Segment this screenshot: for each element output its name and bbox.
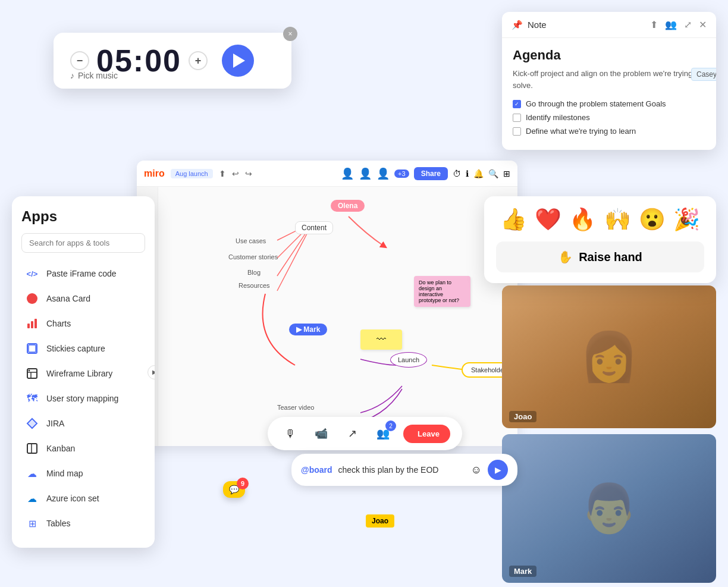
timer-music-area: ♪ Pick music: [70, 67, 118, 80]
app-label-tables: Tables: [46, 519, 70, 528]
video-controls-bar: 🎙 📹 ↗ 👥 2 Leave: [268, 417, 462, 450]
content-node: Content: [295, 221, 333, 234]
checkbox-1[interactable]: ✓: [513, 100, 521, 108]
app-label-wireframe: Wireframe Library: [46, 369, 112, 378]
search-miro-icon[interactable]: 🔍: [488, 169, 498, 178]
pin-icon: 📌: [512, 20, 523, 30]
app-item-charts[interactable]: Charts: [21, 311, 145, 336]
emoji-party[interactable]: 🎉: [673, 207, 700, 232]
panel-expand-button[interactable]: ▶: [148, 365, 155, 379]
redo-icon[interactable]: ↪: [245, 169, 252, 178]
app-item-kanban[interactable]: Kanban: [21, 436, 145, 461]
share-icon[interactable]: ⬆: [650, 19, 658, 30]
timer-play-button[interactable]: [222, 45, 254, 77]
app-item-iframe[interactable]: </> Paste iFrame code: [21, 261, 145, 286]
miro-content: ↖ T □ ✏ 🖼 ⊡ •••: [137, 187, 517, 446]
azure-icon: ☁: [24, 490, 40, 507]
leave-button[interactable]: Leave: [403, 425, 450, 443]
timer-plus-button[interactable]: +: [189, 51, 208, 70]
user-icon[interactable]: 👥: [665, 19, 677, 30]
note-item-3-text: Define what we're trying to learn: [526, 127, 636, 136]
emoji-clap[interactable]: 🙌: [604, 207, 631, 232]
checkbox-2[interactable]: [513, 114, 521, 122]
grid-icon[interactable]: ⊞: [503, 169, 510, 178]
svg-rect-5: [31, 321, 33, 328]
miro-board-name[interactable]: Aug launch: [171, 169, 213, 178]
apps-panel: Apps </> Paste iFrame code Asana Card Ch…: [12, 196, 155, 548]
undo-icon[interactable]: ↩: [232, 169, 239, 178]
timer-icon[interactable]: ⏱: [453, 169, 461, 178]
app-label-mindmap: Mind map: [46, 469, 83, 478]
app-item-userstory[interactable]: 🗺 User story mapping: [21, 386, 145, 411]
sticky-yellow: 〰: [360, 329, 402, 350]
notification-badge[interactable]: 💬 9: [223, 481, 245, 498]
emoji-wow[interactable]: 😮: [639, 207, 666, 232]
expand-icon[interactable]: ⤢: [684, 19, 692, 30]
close-icon[interactable]: ✕: [699, 19, 707, 30]
emoji-thumbsup[interactable]: 👍: [500, 207, 527, 232]
joao-video-feed: 👩: [502, 285, 716, 428]
emoji-bar: 👍 ❤️ 🔥 🙌 😮 🎉 ✋ Raise hand: [484, 196, 716, 283]
note-item-1-text: Go through the problem statement Goals: [526, 99, 666, 108]
emoji-picker-button[interactable]: ☺: [471, 464, 482, 476]
chat-send-button[interactable]: ▶: [488, 460, 508, 480]
stickies-icon: [24, 340, 40, 357]
app-item-wireframe[interactable]: Wireframe Library: [21, 361, 145, 386]
app-item-asana[interactable]: Asana Card: [21, 286, 145, 311]
user-icon-3: 👤: [376, 167, 390, 180]
app-label-jira: JIRA: [46, 419, 64, 428]
mark-name-label: Mark: [509, 566, 536, 577]
joao-canvas-label: Joao: [366, 514, 394, 528]
screen-share-button[interactable]: ↗: [341, 423, 363, 444]
timer-music-label[interactable]: ♪ Pick music: [70, 71, 118, 80]
note-header-left: 📌 Note: [512, 20, 547, 30]
upload-icon[interactable]: ⬆: [219, 169, 226, 178]
app-label-azure: Azure icon set: [46, 494, 99, 503]
user-count-badge: +3: [394, 169, 409, 178]
notification-count: 9: [237, 478, 249, 489]
joao-avatar: 👩: [579, 329, 639, 385]
checkbox-3[interactable]: [513, 127, 521, 136]
app-label-userstory: User story mapping: [46, 394, 118, 403]
app-item-stickies[interactable]: Stickies capture: [21, 336, 145, 361]
emoji-heart[interactable]: ❤️: [535, 207, 561, 232]
timer-seconds: 00: [145, 43, 181, 78]
wireframe-icon: [24, 365, 40, 382]
info-icon[interactable]: ℹ: [466, 169, 469, 178]
miro-canvas[interactable]: Olena Content Use cases Customer stories…: [158, 187, 517, 446]
timer-close-button[interactable]: ×: [283, 27, 297, 41]
video-panel-mark: 👨 Mark: [502, 434, 716, 583]
note-title-label: Note: [528, 20, 547, 30]
app-item-azure[interactable]: ☁ Azure icon set: [21, 486, 145, 511]
chat-message-text[interactable]: check this plan by the EOD: [338, 465, 465, 475]
share-button[interactable]: Share: [414, 167, 448, 180]
raise-hand-button[interactable]: ✋ Raise hand: [496, 241, 704, 272]
chat-input-bar: @board check this plan by the EOD ☺ ▶: [291, 454, 517, 486]
miro-actions: 👤 👤 👤 +3 Share ⏱ ℹ 🔔 🔍 ⊞: [341, 167, 510, 180]
video-button[interactable]: 📹: [310, 423, 332, 444]
user-icon-2: 👤: [359, 167, 372, 180]
teaservideo-node: Teaser video: [277, 404, 314, 411]
note-item-2: Identify milestones: [513, 113, 705, 122]
mic-button[interactable]: 🎙: [280, 423, 301, 444]
chat-at-user: @board: [301, 465, 332, 475]
mark-node: ▶ Mark: [289, 324, 327, 334]
apps-search-input[interactable]: [21, 233, 145, 253]
miro-topbar: miro Aug launch ⬆ ↩ ↪ 👤 👤 👤 +3 Share ⏱ ℹ…: [137, 161, 517, 187]
note-header: 📌 Note ⬆ 👥 ⤢ ✕: [502, 12, 716, 38]
bell-icon[interactable]: 🔔: [473, 169, 484, 178]
note-body: Agenda Kick-off project and align on the…: [502, 38, 716, 150]
mindmap-icon: ☁: [24, 465, 40, 482]
app-label-asana: Asana Card: [46, 294, 90, 303]
app-label-charts: Charts: [46, 319, 71, 328]
launch-node: Launch: [390, 352, 427, 368]
casey-badge: Casey: [691, 68, 716, 81]
people-button[interactable]: 👥 2: [372, 423, 394, 444]
miro-logo: miro: [144, 168, 165, 179]
app-item-jira[interactable]: JIRA: [21, 411, 145, 436]
svg-rect-4: [27, 324, 30, 328]
app-label-kanban: Kanban: [46, 444, 75, 453]
app-item-mindmap[interactable]: ☁ Mind map: [21, 461, 145, 486]
emoji-fire[interactable]: 🔥: [569, 207, 596, 232]
app-item-tables[interactable]: ⊞ Tables: [21, 511, 145, 536]
